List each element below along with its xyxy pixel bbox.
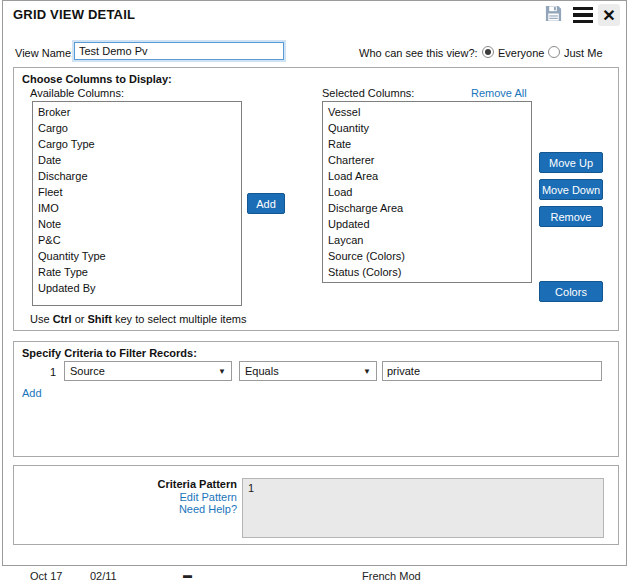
view-name-input[interactable] xyxy=(74,42,284,60)
criteria-pattern-box[interactable]: 1 xyxy=(242,478,604,538)
background-text: 02/11 xyxy=(90,570,117,582)
criteria-operator-value: Equals xyxy=(245,365,279,377)
menu-button[interactable] xyxy=(572,4,594,26)
criteria-value-input[interactable] xyxy=(382,361,602,381)
hint-ctrl: Ctrl xyxy=(53,313,72,325)
list-item[interactable]: Note xyxy=(33,216,241,232)
hint-text: or xyxy=(72,313,88,325)
list-item[interactable]: Rate xyxy=(323,136,531,152)
available-columns-listbox[interactable]: BrokerCargoCargo TypeDateDischargeFleetI… xyxy=(32,101,242,306)
list-item[interactable]: Vessel xyxy=(323,104,531,120)
hint-text: key to select multiple items xyxy=(112,313,247,325)
save-button[interactable] xyxy=(542,4,564,26)
list-item[interactable]: Status (Colors) xyxy=(323,264,531,280)
edit-pattern-link[interactable]: Edit Pattern xyxy=(109,491,237,503)
background-marker-icon: ▬ xyxy=(183,570,192,580)
background-text: French Mod xyxy=(362,570,421,582)
save-icon xyxy=(544,4,563,27)
hamburger-icon xyxy=(573,7,593,24)
dialog-title: GRID VIEW DETAIL xyxy=(13,7,135,22)
move-up-button[interactable]: Move Up xyxy=(539,152,603,173)
filter-criteria-heading: Specify Criteria to Filter Records: xyxy=(22,347,197,359)
filter-criteria-panel: Specify Criteria to Filter Records: 1 So… xyxy=(13,341,619,457)
list-item[interactable]: Discharge Area xyxy=(323,200,531,216)
remove-button[interactable]: Remove xyxy=(539,206,603,227)
choose-columns-heading: Choose Columns to Display: xyxy=(22,73,172,85)
list-item[interactable]: P&C xyxy=(33,232,241,248)
criteria-field-value: Source xyxy=(70,365,105,377)
radio-justme[interactable] xyxy=(548,46,560,58)
radio-justme-label: Just Me xyxy=(564,47,603,59)
screen: GRID VIEW DETAIL ✕ View Name: Who can s xyxy=(0,0,630,584)
list-item[interactable]: Date xyxy=(33,152,241,168)
remove-all-link[interactable]: Remove All xyxy=(471,87,527,99)
criteria-pattern-label: Criteria Pattern xyxy=(109,478,237,490)
list-item[interactable]: Rate Type xyxy=(33,264,241,280)
list-item[interactable]: Broker xyxy=(33,104,241,120)
grid-view-detail-dialog: GRID VIEW DETAIL ✕ View Name: Who can s xyxy=(2,0,627,566)
list-item[interactable]: Charterer xyxy=(323,152,531,168)
add-columns-button[interactable]: Add xyxy=(247,193,285,214)
selected-columns-listbox[interactable]: VesselQuantityRateChartererLoad AreaLoad… xyxy=(322,101,532,283)
move-down-button[interactable]: Move Down xyxy=(539,179,603,200)
close-button[interactable]: ✕ xyxy=(598,4,620,26)
list-item[interactable]: Updated xyxy=(323,216,531,232)
list-item[interactable]: IMO xyxy=(33,200,241,216)
criteria-pattern-panel: Criteria Pattern Edit Pattern Need Help?… xyxy=(13,465,619,545)
selected-columns-label: Selected Columns: xyxy=(322,87,414,99)
hint-shift: Shift xyxy=(87,313,111,325)
hint-text: Use xyxy=(30,313,53,325)
choose-columns-panel: Choose Columns to Display: Available Col… xyxy=(13,67,619,331)
list-item[interactable]: Updated By xyxy=(33,280,241,296)
list-item[interactable]: Cargo xyxy=(33,120,241,136)
available-columns-label: Available Columns: xyxy=(30,87,124,99)
list-item[interactable]: Quantity xyxy=(323,120,531,136)
list-item[interactable]: Load xyxy=(323,184,531,200)
list-item[interactable]: Quantity Type xyxy=(33,248,241,264)
radio-everyone[interactable] xyxy=(482,46,494,58)
list-item[interactable]: Source (Colors) xyxy=(323,248,531,264)
multi-select-hint: Use Ctrl or Shift key to select multiple… xyxy=(30,313,246,325)
chevron-down-icon: ▼ xyxy=(363,367,371,376)
list-item[interactable]: Cargo Type xyxy=(33,136,241,152)
background-text: Oct 17 xyxy=(30,570,62,582)
add-criteria-link[interactable]: Add xyxy=(22,387,42,399)
radio-everyone-label: Everyone xyxy=(498,47,544,59)
list-item[interactable]: Load Area xyxy=(323,168,531,184)
criteria-row-number: 1 xyxy=(50,366,56,378)
list-item[interactable]: Fleet xyxy=(33,184,241,200)
need-help-link[interactable]: Need Help? xyxy=(109,503,237,515)
criteria-operator-select[interactable]: Equals ▼ xyxy=(239,361,377,381)
list-item[interactable]: Laycan xyxy=(323,232,531,248)
list-item[interactable]: Discharge xyxy=(33,168,241,184)
close-icon: ✕ xyxy=(602,6,615,25)
view-name-label: View Name: xyxy=(15,47,74,59)
visibility-label: Who can see this view?: xyxy=(359,47,478,59)
colors-button[interactable]: Colors xyxy=(539,281,603,302)
criteria-field-select[interactable]: Source ▼ xyxy=(64,361,232,381)
chevron-down-icon: ▼ xyxy=(218,367,226,376)
